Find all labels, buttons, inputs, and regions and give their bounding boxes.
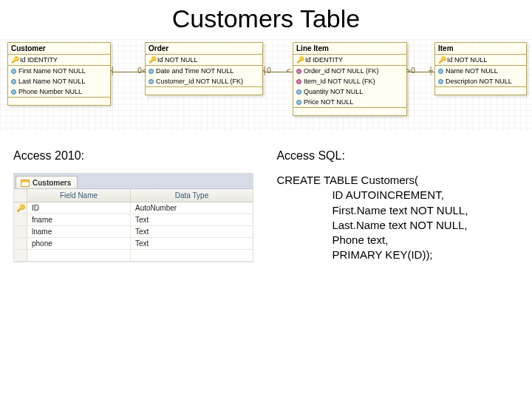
er-col-label: Id IDENTITY xyxy=(305,56,343,64)
column-header-datatype: Data Type xyxy=(131,189,253,202)
access-tab-customers[interactable]: Customers xyxy=(16,176,78,188)
row-selector xyxy=(14,238,27,249)
column-right: Access SQL: CREATE TABLE Customers( ID A… xyxy=(276,149,532,263)
crowfoot-icon: ┤ xyxy=(110,67,115,75)
er-col-row: First Name NOT NULL xyxy=(8,66,110,76)
er-col-label: Customer_Id NOT NULL (FK) xyxy=(156,78,243,85)
field-name-cell[interactable]: lname xyxy=(27,226,131,237)
er-col-label: Name NOT NULL xyxy=(446,67,498,75)
er-col-row: Customer_Id NOT NULL (FK) xyxy=(146,76,262,86)
er-pk-row: 🔑 Id NOT NULL xyxy=(435,55,526,65)
er-col-row: Date and Time NOT NULL xyxy=(146,66,262,76)
er-col-label: Last Name NOT NULL xyxy=(18,78,85,85)
field-name-cell[interactable]: phone xyxy=(27,238,131,249)
sql-line: CREATE TABLE Customers( xyxy=(276,174,418,186)
er-col-row: Price NOT NULL xyxy=(293,97,406,107)
sql-line: ID AUTOINCREMENT, xyxy=(332,188,443,201)
er-col-label: Item_Id NOT NULL (FK) xyxy=(304,78,375,85)
column-icon xyxy=(149,69,154,74)
er-col-row: Name NOT NULL xyxy=(435,66,526,76)
crowfoot-icon: ┼ xyxy=(429,67,433,75)
er-table-title: Line Item xyxy=(293,43,406,55)
access-sql-label: Access SQL: xyxy=(276,149,532,163)
access-table-designer: Customers Field Name Data Type 🔑 ID Auto… xyxy=(13,173,253,262)
table-row[interactable]: phone Text xyxy=(14,238,253,250)
access-header-row: Field Name Data Type xyxy=(14,189,253,202)
access-tab-label: Customers xyxy=(33,179,71,187)
er-col-row: Phone Number NULL xyxy=(8,86,110,97)
er-col-label: Descripton NOT NULL xyxy=(446,78,512,85)
data-type-cell[interactable] xyxy=(131,250,253,261)
er-pk-row: 🔑 Id IDENTITY xyxy=(8,55,110,65)
table-row[interactable]: 🔑 ID AutoNumber xyxy=(14,202,253,214)
access-tab-bar: Customers xyxy=(14,174,253,189)
page-title: Customers Table xyxy=(0,4,532,33)
data-type-cell[interactable]: Text xyxy=(131,226,253,237)
er-col-row: Item_Id NOT NULL (FK) xyxy=(293,76,406,86)
primary-key-icon: 🔑 xyxy=(16,204,25,212)
er-col-label: Id IDENTITY xyxy=(20,56,58,64)
er-table-item: Item 🔑 Id NOT NULL Name NOT NULL Descrip… xyxy=(434,42,527,95)
er-table-customer: Customer 🔑 Id IDENTITY First Name NOT NU… xyxy=(7,42,111,106)
row-selector: 🔑 xyxy=(14,202,27,214)
er-col-row: Order_id NOT NULL (FK) xyxy=(293,66,406,76)
crowfoot-icon: < xyxy=(286,67,290,75)
table-row[interactable] xyxy=(14,250,253,262)
er-table-title: Item xyxy=(435,43,526,55)
sql-line: Last.Name text NOT NULL, xyxy=(332,219,467,231)
column-icon xyxy=(149,79,154,84)
er-col-label: Price NOT NULL xyxy=(304,98,353,106)
table-row[interactable]: fname Text xyxy=(14,214,253,226)
er-col-row: Descripton NOT NULL xyxy=(435,76,526,86)
data-type-cell[interactable]: AutoNumber xyxy=(131,202,253,214)
row-selector xyxy=(14,226,27,237)
sql-line: First.Name text NOT NULL, xyxy=(332,204,468,216)
column-icon xyxy=(296,69,301,74)
crowfoot-icon: ┤O xyxy=(262,67,271,75)
column-icon xyxy=(438,79,443,84)
er-col-row: Quantity NOT NULL xyxy=(293,86,406,97)
sql-line: PRIMARY KEY(ID)); xyxy=(332,248,432,261)
row-selector xyxy=(14,250,27,261)
data-type-cell[interactable]: Text xyxy=(131,238,253,249)
table-row[interactable]: lname Text xyxy=(14,226,253,238)
access-2010-label: Access 2010: xyxy=(13,149,276,163)
field-name-cell[interactable]: ID xyxy=(27,202,131,214)
er-col-label: Order_id NOT NULL (FK) xyxy=(304,67,379,75)
er-col-label: First Name NOT NULL xyxy=(18,67,86,75)
sql-line: Phone text, xyxy=(332,233,388,246)
content-columns: Access 2010: Customers Field Name Data T… xyxy=(0,149,532,263)
er-col-label: Quantity NOT NULL xyxy=(304,88,363,95)
crowfoot-icon: O< xyxy=(137,67,146,75)
er-col-label: Id NOT NULL xyxy=(157,56,197,64)
er-pk-row: 🔑 Id IDENTITY xyxy=(293,55,406,65)
column-icon xyxy=(296,100,301,105)
er-col-row: Last Name NOT NULL xyxy=(8,76,110,86)
er-col-label: Date and Time NOT NULL xyxy=(156,67,233,75)
table-icon xyxy=(21,180,30,187)
column-icon xyxy=(11,79,16,84)
row-selector xyxy=(14,214,27,225)
er-pk-row: 🔑 Id NOT NULL xyxy=(146,55,262,65)
column-icon xyxy=(296,89,301,95)
column-header-fieldname: Field Name xyxy=(27,189,131,202)
er-diagram: Customer 🔑 Id IDENTITY First Name NOT NU… xyxy=(0,39,532,132)
data-type-cell[interactable]: Text xyxy=(131,214,253,225)
column-icon xyxy=(438,69,443,74)
er-table-title: Order xyxy=(146,43,262,55)
key-icon: 🔑 xyxy=(149,57,155,64)
sql-code-block: CREATE TABLE Customers( ID AUTOINCREMENT… xyxy=(276,173,532,263)
er-col-label: Id NOT NULL xyxy=(447,56,487,64)
crowfoot-icon: >O xyxy=(406,67,415,75)
column-icon xyxy=(11,69,16,74)
er-table-title: Customer xyxy=(8,43,110,55)
key-icon: 🔑 xyxy=(438,57,445,64)
er-table-order: Order 🔑 Id NOT NULL Date and Time NOT NU… xyxy=(145,42,263,95)
key-icon: 🔑 xyxy=(11,57,18,64)
row-selector-header xyxy=(14,189,27,202)
column-icon xyxy=(11,89,16,95)
column-left: Access 2010: Customers Field Name Data T… xyxy=(0,149,276,263)
field-name-cell[interactable] xyxy=(27,250,131,261)
column-icon xyxy=(296,79,301,84)
field-name-cell[interactable]: fname xyxy=(27,214,131,225)
